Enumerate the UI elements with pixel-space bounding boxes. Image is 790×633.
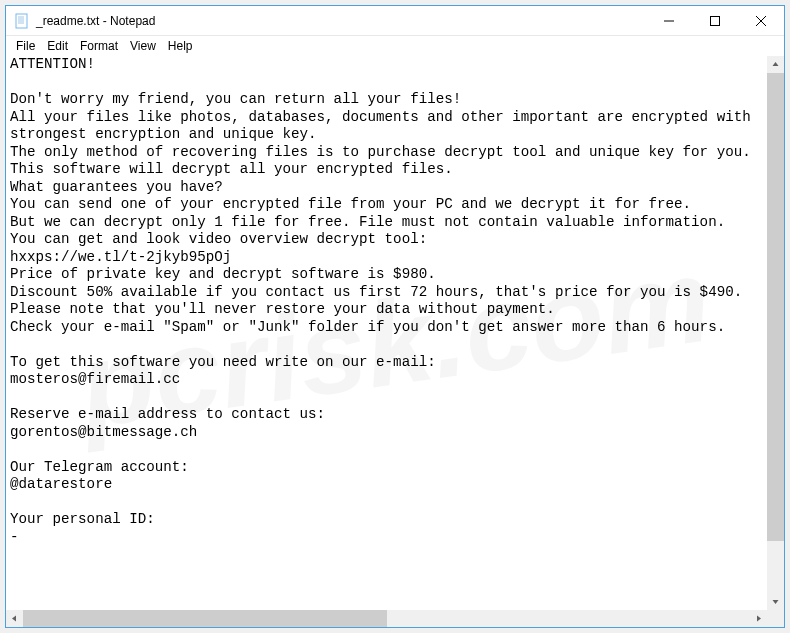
text-editor[interactable]: ATTENTION! Don't worry my friend, you ca… bbox=[6, 56, 767, 610]
scroll-track-vertical[interactable] bbox=[767, 73, 784, 593]
scroll-right-button[interactable] bbox=[750, 610, 767, 627]
window-title: _readme.txt - Notepad bbox=[36, 14, 646, 28]
scroll-thumb-vertical[interactable] bbox=[767, 73, 784, 541]
vertical-scrollbar[interactable] bbox=[767, 56, 784, 610]
minimize-button[interactable] bbox=[646, 6, 692, 36]
scroll-thumb-horizontal[interactable] bbox=[23, 610, 387, 627]
scroll-track-horizontal[interactable] bbox=[23, 610, 750, 627]
content-area: pcrisk.com ATTENTION! Don't worry my fri… bbox=[6, 56, 784, 627]
menu-format[interactable]: Format bbox=[74, 38, 124, 54]
svg-rect-6 bbox=[711, 17, 720, 26]
scroll-down-button[interactable] bbox=[767, 593, 784, 610]
menubar: File Edit Format View Help bbox=[6, 36, 784, 56]
menu-view[interactable]: View bbox=[124, 38, 162, 54]
horizontal-scrollbar[interactable] bbox=[6, 610, 767, 627]
menu-file[interactable]: File bbox=[10, 38, 41, 54]
scroll-up-button[interactable] bbox=[767, 56, 784, 73]
scroll-corner bbox=[767, 610, 784, 627]
notepad-icon bbox=[14, 13, 30, 29]
menu-help[interactable]: Help bbox=[162, 38, 199, 54]
window-controls bbox=[646, 6, 784, 35]
close-button[interactable] bbox=[738, 6, 784, 36]
titlebar[interactable]: _readme.txt - Notepad bbox=[6, 6, 784, 36]
scroll-left-button[interactable] bbox=[6, 610, 23, 627]
menu-edit[interactable]: Edit bbox=[41, 38, 74, 54]
notepad-window: _readme.txt - Notepad File Edit Format V… bbox=[5, 5, 785, 628]
maximize-button[interactable] bbox=[692, 6, 738, 36]
